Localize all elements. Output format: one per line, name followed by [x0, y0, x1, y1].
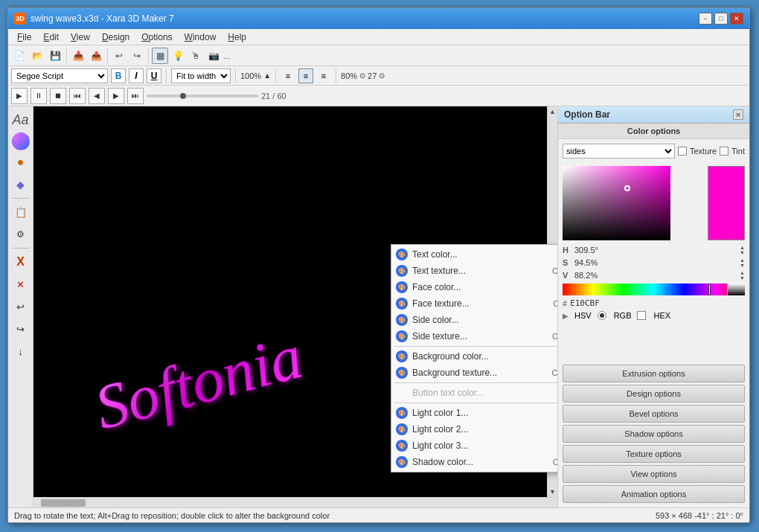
ctx-text-color[interactable]: 🎨 Text color... Alt+C [391, 246, 557, 263]
open-icon[interactable]: 📂 [29, 48, 45, 64]
ctx-light-1[interactable]: 🎨 Light color 1... Alt+1 [391, 405, 557, 421]
h-label: H [563, 246, 571, 254]
ctx-text-texture[interactable]: 🎨 Text texture... Ctrl+Shift+C [391, 263, 557, 279]
align-right-button[interactable]: ≡ [316, 68, 331, 83]
h-down[interactable]: ▼ [740, 250, 745, 255]
menu-edit[interactable]: Edit [37, 31, 65, 44]
h-up[interactable]: ▲ [740, 245, 745, 250]
ctx-light-2[interactable]: 🎨 Light color 2... Alt+2 [391, 421, 557, 438]
shadow-options-btn[interactable]: Shadow options [563, 425, 745, 443]
redo-icon[interactable]: ↪ [129, 48, 145, 64]
s-down[interactable]: ▼ [740, 263, 745, 268]
new-icon[interactable]: 📄 [11, 48, 28, 64]
menu-options[interactable]: Options [135, 31, 178, 44]
next-button[interactable]: ▶ [108, 88, 124, 104]
stop-button[interactable]: ⏹ [50, 88, 66, 104]
sphere-tool[interactable]: ● [10, 152, 31, 173]
s-spinner[interactable]: ▲ ▼ [740, 257, 745, 268]
rotate-right-tool[interactable]: ↪ [10, 318, 31, 339]
ctx-bg-color-label: Background color... [412, 351, 557, 362]
sides-select[interactable]: sides [563, 144, 675, 158]
color-tool[interactable] [12, 132, 30, 150]
v-spinner[interactable]: ▲ ▼ [740, 270, 745, 281]
menu-help[interactable]: Help [222, 31, 252, 44]
view-options-btn[interactable]: View options [563, 465, 745, 483]
align-left-button[interactable]: ≡ [281, 68, 295, 83]
settings-tool[interactable]: ⚙ [10, 224, 31, 245]
export-icon[interactable]: 📤 [88, 48, 104, 64]
italic-button[interactable]: I [129, 68, 144, 83]
anim-bar: ▶ ⏸ ⏹ ⏮ ◀ ▶ ⏭ 21 / 60 [8, 86, 749, 106]
hex-checkbox[interactable] [637, 311, 646, 320]
ctx-shadow-color[interactable]: 🎨 Shadow color... Ctrl+Shift+S [391, 454, 557, 470]
color-gradient[interactable] [563, 166, 670, 240]
v-down[interactable]: ▼ [740, 275, 745, 281]
design-options-btn[interactable]: Design options [563, 385, 745, 403]
align-center-button[interactable]: ≡ [298, 68, 313, 83]
ctx-bg-texture[interactable]: 🎨 Background texture... Ctrl+Shift+G [391, 365, 557, 381]
scroll-down-arrow[interactable]: ▼ [548, 487, 557, 497]
close-tool[interactable]: ✕ [10, 274, 31, 295]
view-mode-icon[interactable]: ▦ [152, 48, 168, 64]
flip-tool[interactable]: ↓ [10, 341, 31, 362]
rotate-left-tool[interactable]: ↩ [10, 296, 31, 317]
ctx-shadow-color-icon: 🎨 [396, 456, 408, 468]
ctx-shadow-color-shortcut: Ctrl+Shift+S [553, 458, 557, 467]
minimize-button[interactable]: − [699, 13, 712, 25]
bevel-options-btn[interactable]: Bevel options [563, 405, 745, 423]
ctx-side-color[interactable]: 🎨 Side color... Alt+D [391, 312, 557, 328]
undo-icon[interactable]: ↩ [111, 48, 127, 64]
close-button[interactable]: ✕ [730, 13, 743, 25]
ctx-btn-text-color: Button text color... [391, 385, 557, 401]
bold-button[interactable]: B [111, 68, 126, 83]
tint-checkbox[interactable] [720, 147, 728, 156]
anim-slider[interactable] [147, 94, 258, 97]
ctx-face-texture[interactable]: 🎨 Face texture... Ctrl+Shift+F [391, 295, 557, 312]
prev-start-button[interactable]: ⏮ [69, 88, 86, 104]
scroll-up-arrow[interactable]: ▲ [548, 106, 557, 117]
toolbar-sep-2 [107, 48, 108, 63]
pause-button[interactable]: ⏸ [31, 88, 47, 104]
texture-checkbox[interactable] [678, 147, 687, 156]
diamond-tool[interactable]: ◆ [10, 174, 31, 195]
fit-select[interactable]: Fit to width [171, 68, 231, 83]
format-sep-3 [275, 68, 276, 83]
menu-design[interactable]: Design [96, 31, 135, 44]
light-icon[interactable]: 💡 [170, 48, 186, 64]
ctx-text-texture-shortcut: Ctrl+Shift+C [552, 266, 557, 275]
color-controls: sides Texture Tint [558, 139, 749, 163]
v-up[interactable]: ▲ [740, 270, 745, 275]
horizontal-scrollbar[interactable] [33, 497, 557, 507]
menu-view[interactable]: View [65, 31, 96, 44]
photo-icon[interactable]: 📷 [205, 48, 222, 64]
option-bar-close[interactable]: × [733, 109, 743, 120]
maximize-button[interactable]: □ [714, 13, 728, 25]
scrollbar-thumb[interactable] [41, 499, 86, 507]
font-select[interactable]: Segoe Script [11, 68, 108, 83]
ctx-light-3[interactable]: 🎨 Light color 3... Alt+3 [391, 438, 557, 454]
ctx-sep-2 [394, 382, 557, 383]
x-tool[interactable]: X [10, 251, 31, 272]
save-icon[interactable]: 💾 [47, 48, 63, 64]
prev-button[interactable]: ◀ [89, 88, 105, 104]
ctx-bg-color[interactable]: 🎨 Background color... Alt+G [391, 348, 557, 365]
texture-options-btn[interactable]: Texture options [563, 445, 745, 463]
underline-button[interactable]: U [147, 68, 161, 83]
s-up[interactable]: ▲ [740, 257, 745, 263]
play-button[interactable]: ▶ [11, 88, 28, 104]
menu-file[interactable]: File [11, 31, 37, 44]
h-spinner[interactable]: ▲ ▼ [740, 245, 745, 255]
ctx-side-texture[interactable]: 🎨 Side texture... Ctrl+Shift+D [391, 328, 557, 344]
zoom-up[interactable]: ▲ [263, 71, 271, 80]
animation-options-btn[interactable]: Animation options [563, 485, 745, 503]
cursor-icon[interactable]: 🖱 [188, 48, 204, 64]
ctx-text-color-icon: 🎨 [396, 249, 408, 260]
color-bar[interactable] [563, 283, 745, 295]
rgb-radio[interactable] [598, 311, 606, 320]
ctx-face-color[interactable]: 🎨 Face color... Alt+F [391, 279, 557, 295]
import-icon[interactable]: 📥 [70, 48, 86, 64]
next-end-button[interactable]: ⏭ [127, 88, 144, 104]
extrusion-options-btn[interactable]: Extrusion options [563, 365, 745, 382]
menu-window[interactable]: Window [179, 31, 222, 44]
texture-tool[interactable]: 📋 [10, 202, 31, 222]
